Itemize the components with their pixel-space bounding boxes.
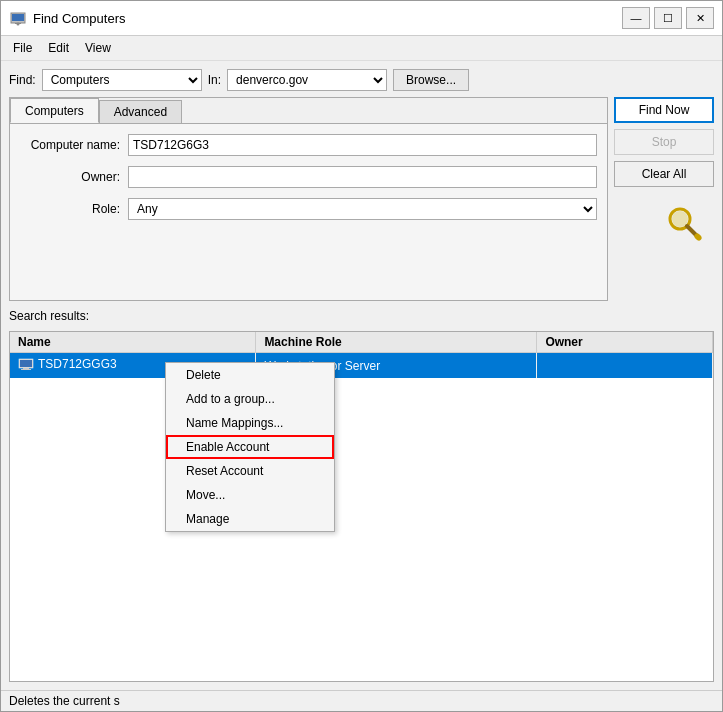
computer-name-label: Computer name:: [20, 138, 120, 152]
context-menu-enable-account[interactable]: Enable Account: [166, 435, 334, 459]
tabs-area: Computers Advanced Computer name: Owner:…: [9, 97, 714, 301]
context-menu-add-to-group[interactable]: Add to a group...: [166, 387, 334, 411]
table-header-row: Name Machine Role Owner: [10, 332, 713, 353]
find-label: Find:: [9, 73, 36, 87]
role-row: Role: Any Workstation Server Domain Cont…: [20, 198, 597, 220]
maximize-button[interactable]: ☐: [654, 7, 682, 29]
menu-view[interactable]: View: [77, 38, 119, 58]
magnifier-icon: [664, 203, 704, 243]
menu-bar: File Edit View: [1, 36, 722, 61]
in-label: In:: [208, 73, 221, 87]
tabs-panel: Computers Advanced Computer name: Owner:…: [9, 97, 608, 301]
menu-edit[interactable]: Edit: [40, 38, 77, 58]
role-select[interactable]: Any Workstation Server Domain Controller: [128, 198, 597, 220]
svg-rect-9: [20, 360, 32, 367]
main-window: Find Computers — ☐ ✕ File Edit View Find…: [0, 0, 723, 712]
col-name[interactable]: Name: [10, 332, 256, 353]
row-owner: [537, 353, 713, 379]
col-machine-role[interactable]: Machine Role: [256, 332, 537, 353]
menu-file[interactable]: File: [5, 38, 40, 58]
tab-advanced[interactable]: Advanced: [99, 100, 182, 123]
status-text: Deletes the current s: [9, 694, 120, 708]
context-menu: Delete Add to a group... Name Mappings..…: [165, 362, 335, 532]
window-title: Find Computers: [33, 11, 622, 26]
browse-button[interactable]: Browse...: [393, 69, 469, 91]
results-table-container: Name Machine Role Owner: [9, 331, 714, 682]
close-button[interactable]: ✕: [686, 7, 714, 29]
svg-rect-11: [21, 369, 31, 370]
find-row: Find: Computers In: denverco.gov Browse.…: [9, 69, 714, 91]
tab-computers[interactable]: Computers: [10, 98, 99, 123]
window-icon: [9, 9, 27, 27]
stop-button[interactable]: Stop: [614, 129, 714, 155]
magnifier-area: [614, 193, 714, 243]
col-owner[interactable]: Owner: [537, 332, 713, 353]
computer-icon: [18, 356, 34, 372]
owner-row: Owner:: [20, 166, 597, 188]
find-now-button[interactable]: Find Now: [614, 97, 714, 123]
svg-rect-1: [12, 14, 24, 21]
find-select[interactable]: Computers: [42, 69, 202, 91]
title-bar-controls: — ☐ ✕: [622, 7, 714, 29]
spacer: [20, 230, 597, 290]
tab-header: Computers Advanced: [10, 98, 607, 124]
results-table: Name Machine Role Owner: [10, 332, 713, 378]
context-menu-move[interactable]: Move...: [166, 483, 334, 507]
in-select[interactable]: denverco.gov: [227, 69, 387, 91]
tab-content: Computer name: Owner: Role: Any Workstat…: [10, 124, 607, 300]
right-buttons: Find Now Stop Clear All: [614, 97, 714, 243]
status-bar: Deletes the current s: [1, 690, 722, 711]
owner-input[interactable]: [128, 166, 597, 188]
minimize-button[interactable]: —: [622, 7, 650, 29]
owner-label: Owner:: [20, 170, 120, 184]
table-row[interactable]: TSD712GGG3 Workstation or Server: [10, 353, 713, 379]
context-menu-reset-account[interactable]: Reset Account: [166, 459, 334, 483]
computer-name-input[interactable]: [128, 134, 597, 156]
context-menu-delete[interactable]: Delete: [166, 363, 334, 387]
row-icon: TSD712GGG3: [18, 356, 117, 372]
computer-name-row: Computer name:: [20, 134, 597, 156]
search-results-label: Search results:: [9, 307, 714, 325]
context-menu-name-mappings[interactable]: Name Mappings...: [166, 411, 334, 435]
title-bar: Find Computers — ☐ ✕: [1, 1, 722, 36]
svg-rect-3: [15, 23, 21, 24]
main-content: Find: Computers In: denverco.gov Browse.…: [1, 61, 722, 690]
clear-all-button[interactable]: Clear All: [614, 161, 714, 187]
role-label: Role:: [20, 202, 120, 216]
context-menu-manage[interactable]: Manage: [166, 507, 334, 531]
